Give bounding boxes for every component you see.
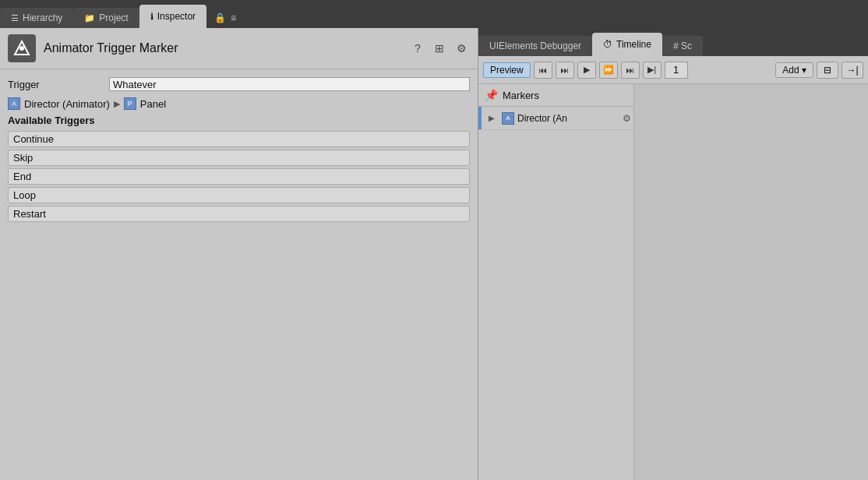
trigger-end[interactable]: End [8,168,470,185]
table-row: ▶ A Director (An ⚙ [478,107,633,130]
track-play-button[interactable]: ▶ [484,111,499,126]
inspector-header: Animator Trigger Marker ? ⊞ ⚙ [0,28,478,69]
svg-point-1 [19,46,24,51]
help-button[interactable]: ? [409,40,426,57]
arrow-icon: ▶ [114,99,120,109]
settings-button[interactable]: ⚙ [453,40,470,57]
timeline-icon: ⏱ [603,39,612,50]
inspector-title: Animator Trigger Marker [44,41,401,55]
next-frame-button[interactable]: ⏩ [599,62,618,79]
tab-extras: 🔒 ≡ [206,8,244,28]
uidebugger-label: UIElements Debugger [489,41,581,51]
sc-label: # Sc [673,41,692,51]
hierarchy-icon: ☰ [11,13,19,23]
trigger-continue[interactable]: Continue [8,131,470,147]
director-row: A Director (Animator) ▶ P Panel [8,97,470,110]
inspector-body: Trigger A Director (Animator) ▶ P Panel … [0,69,478,230]
markers-header: 📌 Markers [478,84,633,107]
layout-icon: ⊞ [435,42,444,55]
timeline-toolbar: Preview ⏮ ⏭ ▶ ⏩ ⏭ ▶| Add ▾ ⊟ →| [478,56,868,84]
trigger-label: Trigger [8,79,109,90]
marker-icon: 📌 [485,89,498,101]
tab-timeline[interactable]: ⏱ Timeline [592,33,662,56]
view-mode-button[interactable]: ⊟ [817,62,838,79]
inspector-icon: ℹ [150,12,153,22]
help-icon: ? [415,42,421,55]
markers-label: Markers [503,90,539,101]
timeline-tab-bar: UIElements Debugger ⏱ Timeline # Sc [478,28,868,56]
timeline-panel: UIElements Debugger ⏱ Timeline # Sc Prev… [478,28,868,480]
panel-icon: P [124,97,136,110]
tab-hierarchy-label: Hierarchy [23,12,62,23]
trigger-field-row: Trigger [8,77,470,91]
tab-inspector[interactable]: ℹ Inspector [139,5,206,28]
frame-number-input[interactable] [665,62,688,79]
main-content: Animator Trigger Marker ? ⊞ ⚙ Trigger [0,28,868,480]
menu-icon[interactable]: ≡ [231,12,236,23]
track-name: Director (An [517,113,619,124]
unity-logo [8,34,36,62]
director-label: Director (Animator) [24,98,110,110]
settings-icon: ⚙ [457,42,467,55]
timeline-tab-label: Timeline [616,39,651,50]
tab-project[interactable]: 📁 Project [73,8,139,28]
timeline-content: 📌 Markers ▶ A Director (An ⚙ [478,84,868,480]
track-icon: A [502,112,514,125]
tab-hierarchy[interactable]: ☰ Hierarchy [0,8,73,28]
trigger-restart[interactable]: Restart [8,206,470,222]
ripple-button[interactable]: →| [842,62,863,79]
inspector-panel: Animator Trigger Marker ? ⊞ ⚙ Trigger [0,28,478,480]
panel-label: Panel [140,98,166,110]
header-icons: ? ⊞ ⚙ [409,40,470,57]
layout-button[interactable]: ⊞ [431,40,448,57]
timeline-clip-area [634,84,868,480]
preview-button[interactable]: Preview [483,62,531,78]
skip-to-start-button[interactable]: ⏮ [534,62,552,79]
track-settings-button[interactable]: ⚙ [619,111,633,125]
tab-bar: ☰ Hierarchy 📁 Project ℹ Inspector 🔒 ≡ [0,0,868,28]
tab-sc[interactable]: # Sc [662,36,703,56]
prev-frame-button[interactable]: ⏭ [556,62,574,79]
trigger-input[interactable] [109,77,470,91]
lock-icon[interactable]: 🔒 [214,12,226,23]
timeline-tracks: 📌 Markers ▶ A Director (An ⚙ [478,84,634,480]
project-icon: 📁 [84,13,95,23]
tab-uidebugger[interactable]: UIElements Debugger [478,36,592,56]
tab-project-label: Project [99,12,128,23]
skip-to-end-button[interactable]: ⏭ [621,62,640,79]
add-button[interactable]: Add ▾ [775,62,813,78]
available-triggers-label: Available Triggers [8,115,470,126]
trigger-loop[interactable]: Loop [8,187,470,203]
track-area: ▶ A Director (An ⚙ [478,107,633,480]
director-icon: A [8,97,20,110]
track-color-bar [478,107,482,129]
play-button[interactable]: ▶ [577,62,596,79]
trigger-skip[interactable]: Skip [8,150,470,166]
trigger-list: Continue Skip End Loop Restart [8,131,470,222]
record-button[interactable]: ▶| [643,62,662,79]
tab-inspector-label: Inspector [157,11,196,22]
